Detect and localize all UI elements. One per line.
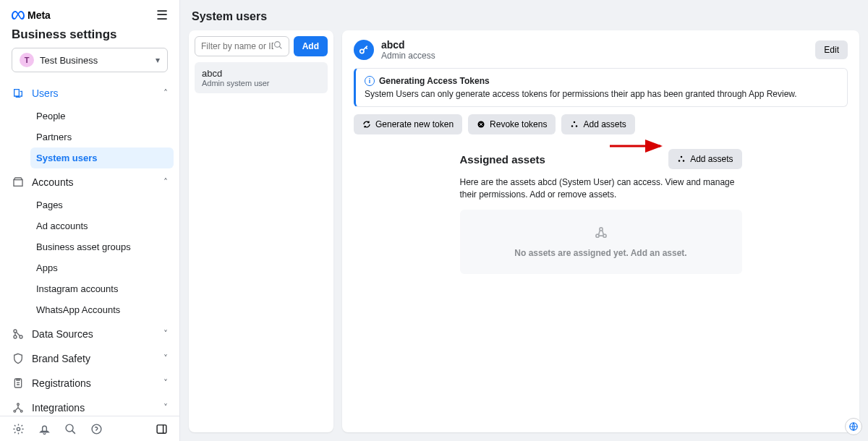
info-card: i Generating Access Tokens System Users …: [354, 68, 848, 107]
user-detail-panel: abcd Admin access Edit i Generating Acce…: [342, 30, 859, 432]
svg-point-20: [576, 125, 578, 127]
add-assets-button[interactable]: Add assets: [668, 149, 741, 169]
svg-point-21: [681, 156, 683, 158]
bell-icon[interactable]: [38, 422, 51, 435]
clipboard-icon: [12, 377, 25, 390]
gear-icon[interactable]: [12, 422, 25, 435]
sidebar-item-ad-accounts[interactable]: Ad accounts: [30, 215, 174, 236]
svg-point-23: [683, 160, 685, 162]
data-sources-icon: [12, 327, 25, 341]
nav-brand-safety[interactable]: Brand Safety˅: [6, 346, 174, 371]
detail-user-name: abcd: [381, 39, 435, 51]
system-user-list-item[interactable]: abcd Admin system user: [195, 62, 328, 93]
svg-point-11: [17, 427, 20, 430]
svg-point-13: [92, 424, 101, 434]
revoke-tokens-button[interactable]: Revoke tokens: [468, 114, 556, 134]
user-role: Admin system user: [202, 79, 320, 87]
integrations-icon: [12, 401, 25, 414]
info-icon: i: [365, 76, 375, 86]
info-title: Generating Access Tokens: [379, 76, 490, 86]
detail-user-role: Admin access: [381, 51, 435, 61]
chevron-up-icon: ˄: [163, 177, 168, 187]
svg-rect-14: [157, 424, 166, 432]
assigned-assets-section: Assigned assets Add assets Here are the …: [460, 149, 742, 274]
sidebar-footer: [0, 416, 179, 441]
main-content: System users Add abcd Admin system user: [180, 0, 868, 441]
svg-point-19: [571, 125, 574, 127]
svg-point-22: [678, 160, 681, 162]
assigned-description: Here are the assets abcd (System User) c…: [460, 176, 742, 201]
svg-point-6: [14, 410, 16, 412]
svg-point-3: [14, 335, 17, 338]
assigned-title: Assigned assets: [460, 153, 545, 166]
globe-button[interactable]: [845, 418, 862, 435]
sidebar-item-partners[interactable]: Partners: [30, 127, 174, 147]
sidebar-item-people[interactable]: People: [30, 106, 174, 127]
nav-users[interactable]: Users ˄: [6, 81, 174, 106]
svg-rect-0: [14, 180, 22, 187]
generate-token-button[interactable]: Generate new token: [354, 114, 462, 134]
settings-title: Business settings: [12, 27, 168, 42]
empty-text: No assets are assigned yet. Add an asset…: [467, 248, 735, 258]
business-selector[interactable]: T Test Business ▾: [12, 48, 168, 72]
chevron-down-icon: ▾: [156, 55, 160, 65]
add-assets-button-top[interactable]: Add assets: [561, 114, 634, 134]
sidebar-item-instagram[interactable]: Instagram accounts: [30, 278, 174, 299]
business-name: Test Business: [40, 55, 98, 66]
chevron-down-icon: ˅: [163, 403, 168, 413]
svg-point-16: [360, 49, 364, 53]
svg-point-12: [66, 424, 73, 432]
chevron-down-icon: ˅: [163, 378, 168, 388]
search-input[interactable]: [201, 41, 273, 51]
svg-point-7: [20, 410, 22, 412]
svg-point-25: [595, 234, 598, 237]
shield-icon: [12, 352, 25, 365]
search-icon: [273, 40, 283, 52]
sidebar-item-system-users[interactable]: System users: [30, 147, 174, 168]
nav-data-sources[interactable]: Data Sources˅: [6, 322, 174, 346]
svg-point-26: [603, 234, 605, 237]
key-icon: [354, 40, 374, 60]
collapse-icon[interactable]: [155, 422, 168, 435]
page-title: System users: [180, 0, 868, 30]
help-icon[interactable]: [90, 422, 103, 435]
nav-accounts[interactable]: Accounts ˄: [6, 170, 174, 194]
sidebar-nav: Users ˄ People Partners System users Acc…: [0, 81, 179, 416]
assets-empty-icon: [467, 226, 735, 242]
svg-point-18: [574, 121, 576, 124]
nav-registrations[interactable]: Registrations˅: [6, 371, 174, 395]
sidebar-item-pages[interactable]: Pages: [30, 194, 174, 215]
sidebar-item-apps[interactable]: Apps: [30, 257, 174, 278]
info-body: System Users can only generate access to…: [365, 89, 838, 99]
user-name: abcd: [202, 68, 320, 79]
nav-integrations[interactable]: Integrations˅: [6, 395, 174, 416]
search-input-wrapper[interactable]: [195, 36, 289, 56]
sidebar-item-whatsapp[interactable]: WhatsApp Accounts: [30, 299, 174, 320]
svg-point-24: [599, 228, 602, 231]
meta-logo: Meta: [12, 9, 51, 21]
svg-point-15: [274, 42, 280, 48]
edit-button[interactable]: Edit: [815, 40, 848, 59]
empty-state: No assets are assigned yet. Add an asset…: [460, 210, 742, 274]
add-user-button[interactable]: Add: [294, 36, 328, 56]
users-list-panel: Add abcd Admin system user: [189, 30, 333, 432]
sidebar: Meta ☰ Business settings T Test Business…: [0, 0, 180, 441]
accounts-icon: [12, 176, 25, 189]
svg-point-5: [17, 403, 20, 406]
chevron-down-icon: ˅: [163, 354, 168, 364]
chevron-down-icon: ˅: [163, 329, 168, 339]
users-icon: [12, 87, 25, 100]
chevron-up-icon: ˄: [163, 88, 168, 98]
business-avatar: T: [20, 53, 34, 67]
search-icon[interactable]: [64, 422, 77, 435]
menu-icon[interactable]: ☰: [156, 7, 168, 23]
sidebar-item-asset-groups[interactable]: Business asset groups: [30, 236, 174, 257]
